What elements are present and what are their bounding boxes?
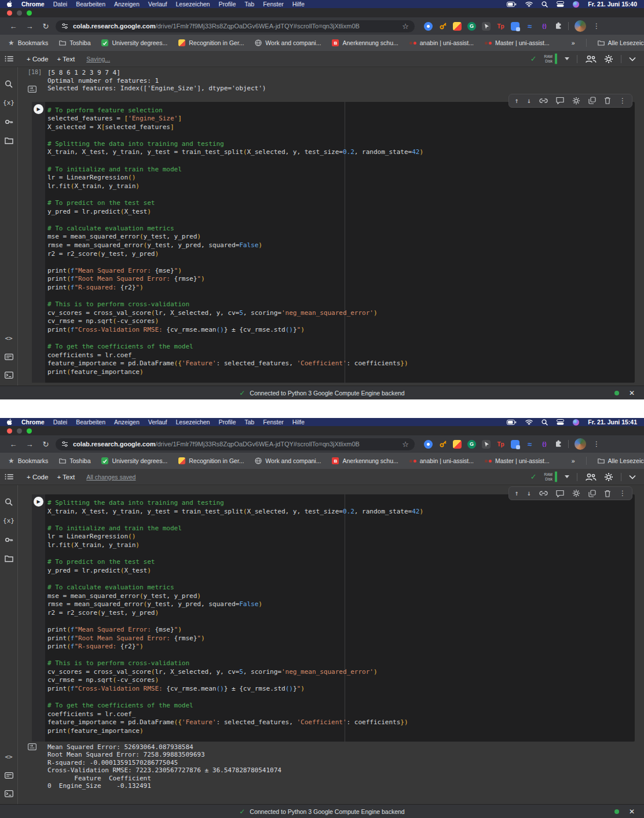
link-cell-icon[interactable] <box>539 491 548 496</box>
link-cell-icon[interactable] <box>539 98 548 103</box>
extension-key-icon[interactable] <box>438 22 447 31</box>
variables-icon[interactable]: {x} <box>3 99 14 107</box>
output-options-icon[interactable] <box>28 86 36 93</box>
run-cell-button[interactable]: ▶ <box>34 497 43 507</box>
resources-indicator[interactable]: RAMDisk <box>544 472 557 482</box>
command-palette-icon[interactable] <box>5 772 13 779</box>
share-people-icon[interactable] <box>585 473 597 481</box>
reload-button[interactable]: ↻ <box>39 22 52 31</box>
add-text-button[interactable]: + Text <box>57 56 75 63</box>
menu-item-hilfe[interactable]: Hilfe <box>292 1 305 8</box>
add-code-button[interactable]: + Code <box>27 56 48 63</box>
menu-item-hilfe[interactable]: Hilfe <box>292 419 305 425</box>
browser-menu-icon[interactable]: ⋮ <box>593 440 600 448</box>
table-of-contents-icon[interactable] <box>0 474 18 480</box>
dismiss-status-icon[interactable]: ✕ <box>629 808 635 816</box>
browser-menu-icon[interactable]: ⋮ <box>593 22 600 30</box>
menu-extra-icon[interactable] <box>557 419 564 425</box>
menu-item-profile[interactable]: Profile <box>218 419 236 425</box>
bookmark-item[interactable]: Recognition in Ger... <box>178 39 244 46</box>
menu-extra-icon[interactable] <box>557 1 564 7</box>
bookmark-item[interactable]: University degrees... <box>101 457 167 464</box>
extension-translate-icon[interactable] <box>511 22 519 31</box>
zoom-window-button[interactable] <box>27 10 32 16</box>
menu-item-verlauf[interactable]: Verlauf <box>148 1 167 8</box>
bookmark-item[interactable]: ★Bookmarks <box>8 457 48 465</box>
site-info-icon[interactable] <box>61 23 68 30</box>
cell-more-icon[interactable]: ⋮ <box>619 490 626 497</box>
run-cell-button[interactable]: ▶ <box>34 104 43 114</box>
secrets-key-icon[interactable] <box>5 535 13 544</box>
bookmark-folder[interactable]: Toshiba <box>59 457 90 464</box>
bookmark-item[interactable]: ★Bookmarks <box>8 39 48 47</box>
menu-item-bearbeiten[interactable]: Bearbeiten <box>76 1 105 8</box>
code-editor[interactable]: # To perform feature selectionselected_f… <box>45 102 635 383</box>
add-text-button[interactable]: + Text <box>57 474 75 480</box>
all-bookmarks-folder[interactable]: Alle Lesezeichen <box>598 39 644 46</box>
code-editor[interactable]: # Splitting the data into training and t… <box>45 494 635 742</box>
extension-icon[interactable] <box>424 440 433 449</box>
code-snippets-icon[interactable]: <> <box>5 753 12 761</box>
share-people-icon[interactable] <box>585 55 597 63</box>
apple-logo-icon[interactable] <box>7 1 13 8</box>
resources-caret-icon[interactable] <box>565 57 569 60</box>
extension-icon[interactable]: ≈ <box>525 440 534 449</box>
apple-logo-icon[interactable] <box>7 419 13 425</box>
bookmarks-overflow-chevron[interactable]: » <box>572 457 575 464</box>
files-folder-icon[interactable] <box>5 137 13 144</box>
forward-button[interactable]: → <box>23 22 36 31</box>
spotlight-search-icon[interactable] <box>541 419 548 425</box>
files-folder-icon[interactable] <box>5 555 13 562</box>
bookmark-item[interactable]: BAnerkennung schu... <box>332 457 398 464</box>
resources-indicator[interactable]: RAMDisk <box>544 54 557 64</box>
menu-clock[interactable]: Fr. 21. Juni 15:40 <box>588 1 637 8</box>
extension-icon[interactable] <box>453 22 462 31</box>
extension-cursor-icon[interactable] <box>482 22 491 31</box>
delete-cell-icon[interactable] <box>604 97 611 104</box>
menu-item-chrome[interactable]: Chrome <box>21 1 45 8</box>
battery-icon[interactable] <box>507 2 517 7</box>
extension-icon[interactable]: Tp <box>496 440 505 449</box>
save-status-link[interactable]: All changes saved <box>86 474 136 480</box>
save-status-link[interactable]: Saving... <box>86 56 110 63</box>
close-window-button[interactable] <box>7 10 12 16</box>
code-snippets-icon[interactable]: <> <box>5 335 12 342</box>
siri-icon[interactable] <box>573 419 579 425</box>
mirror-cell-icon[interactable] <box>588 490 596 497</box>
add-code-button[interactable]: + Code <box>27 474 48 480</box>
menu-item-datei[interactable]: Datei <box>53 419 68 425</box>
extension-icon[interactable]: G <box>467 22 476 31</box>
bookmark-item[interactable]: Master | uni-assist... <box>485 39 550 46</box>
comment-icon[interactable] <box>556 97 564 104</box>
forward-button[interactable]: → <box>23 440 36 449</box>
cell-more-icon[interactable]: ⋮ <box>619 97 626 104</box>
resources-caret-icon[interactable] <box>565 475 569 478</box>
bookmark-star-icon[interactable]: ☆ <box>402 22 409 31</box>
profile-avatar[interactable] <box>575 20 586 32</box>
delete-cell-icon[interactable] <box>604 490 611 497</box>
move-cell-down-icon[interactable]: ↓ <box>527 97 531 104</box>
wifi-icon[interactable] <box>525 419 533 425</box>
extension-translate-icon[interactable] <box>511 440 519 449</box>
bookmark-item[interactable]: BAnerkennung schu... <box>332 39 398 46</box>
minimize-window-button[interactable] <box>17 10 22 16</box>
address-bar[interactable]: colab.research.google.com/drive/1Fmlr7f9… <box>56 20 415 32</box>
reload-button[interactable]: ↻ <box>39 440 52 449</box>
close-window-button[interactable] <box>7 428 12 434</box>
settings-gear-icon[interactable] <box>604 472 613 482</box>
battery-icon[interactable] <box>507 420 517 425</box>
address-bar[interactable]: colab.research.google.com/drive/1Fmlr7f9… <box>56 438 415 450</box>
bookmark-item[interactable]: anabin | uni-assist... <box>409 457 474 464</box>
collapse-chevron-icon[interactable] <box>629 57 636 61</box>
minimize-window-button[interactable] <box>17 428 22 434</box>
table-of-contents-icon[interactable] <box>0 56 18 62</box>
bookmark-star-icon[interactable]: ☆ <box>402 440 409 449</box>
find-replace-icon[interactable] <box>5 498 13 506</box>
bookmarks-overflow-chevron[interactable]: » <box>572 39 575 46</box>
menu-item-lesezeichen[interactable]: Lesezeichen <box>176 1 210 8</box>
all-bookmarks-folder[interactable]: Alle Lesezeichen <box>598 457 644 464</box>
settings-gear-icon[interactable] <box>604 54 613 64</box>
back-button[interactable]: ← <box>7 22 20 31</box>
extensions-puzzle-icon[interactable] <box>554 22 562 30</box>
menu-clock[interactable]: Fr. 21. Juni 15:41 <box>588 419 637 425</box>
